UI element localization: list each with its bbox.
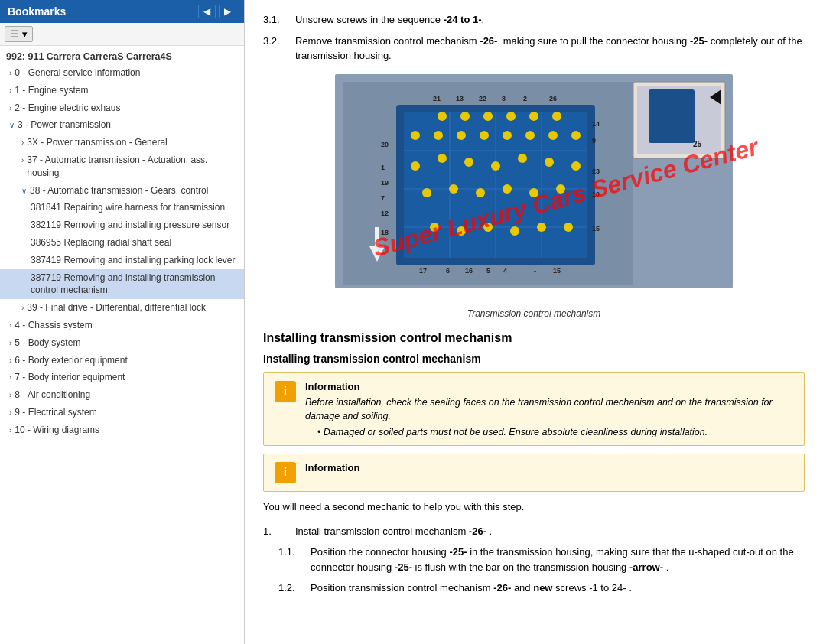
list-item-1-2-text: Position transmission control mechanism … [311,581,632,596]
info-box-1: i Information Before installation, check… [263,372,805,447]
svg-text:2: 2 [523,95,527,102]
sidebar-item-0[interactable]: › 0 - General service information [0,64,244,82]
svg-rect-71 [649,89,695,143]
info-icon-2: i [275,462,296,483]
sidebar-item-38[interactable]: ∨ 38 - Automatic transmission - Gears, c… [0,182,244,200]
sidebar-item-39[interactable]: › 39 - Final drive - Differential, diffe… [0,299,244,317]
list-item-1: 1. Install transmission control mechanis… [263,524,805,539]
svg-point-24 [411,161,420,171]
info-title-2: Information [305,462,360,473]
sidebar-item-3x[interactable]: › 3X - Power transmission - General [0,134,244,151]
sidebar-title: Bookmarks [8,5,66,18]
sidebar-item-5-label: 5 - Body system [15,337,80,350]
list-item-1-2-num: 1.2. [278,581,303,596]
svg-text:16: 16 [465,267,473,275]
sidebar-leaf-387719[interactable]: 387719 Removing and installing transmiss… [0,269,244,300]
sidebar-leaf-381841[interactable]: 381841 Repairing wire harness for transm… [0,199,244,216]
svg-point-16 [411,131,420,140]
sidebar-item-0-label: 0 - General service information [15,67,140,80]
sidebar-item-6-label: 6 - Body exterior equipment [15,354,127,367]
svg-text:23: 23 [592,168,600,175]
info-bullet-1: Damaged or soiled parts must not be used… [317,427,793,437]
svg-point-32 [449,184,458,194]
svg-point-11 [460,112,470,121]
svg-point-38 [457,226,466,236]
step-3-2-num: 3.2. [263,34,288,63]
arrow-icon: › [9,86,11,96]
svg-point-10 [438,112,447,121]
svg-text:25: 25 [693,140,702,148]
section-heading: Installing transmission control mechanis… [263,331,805,345]
svg-text:9: 9 [592,137,596,145]
svg-text:6: 6 [446,267,450,275]
svg-point-18 [457,131,466,140]
sidebar-item-9[interactable]: › 9 - Electrical system [0,404,244,421]
arrow-icon: › [9,408,11,418]
svg-text:26: 26 [549,95,557,102]
sidebar-item-1[interactable]: › 1 - Engine system [0,82,244,99]
svg-text:1: 1 [381,164,385,171]
arrow-icon: › [21,155,24,166]
svg-point-36 [556,184,565,194]
sidebar-leaf-382119[interactable]: 382119 Removing and installing pressure … [0,216,244,234]
sidebar-toolbar: ☰ ▾ [0,23,244,46]
svg-text:-: - [534,267,536,275]
arrow-icon: › [9,68,11,79]
svg-point-27 [491,161,500,171]
sidebar-root-item[interactable]: 992: 911 Carrera CarreraS Carrera4S [0,49,244,64]
sidebar-item-4[interactable]: › 4 - Chassis system [0,317,244,334]
arrow-icon: › [21,303,24,314]
svg-text:19: 19 [381,179,389,187]
sidebar-header: Bookmarks ◀ ▶ [0,0,244,23]
transmission-diagram: 21 13 22 8 2 26 14 9 23 10 15 20 1 19 7 … [335,74,733,304]
list-item-1-num: 1. [263,524,288,539]
toolbar-menu-button[interactable]: ☰ ▾ [5,26,33,42]
sidebar-item-8[interactable]: › 8 - Air conditioning [0,386,244,404]
info-box-2: i Information [263,454,805,492]
step-3-2: 3.2. Remove transmission control mechani… [263,34,805,63]
sidebar-item-37[interactable]: › 37 - Automatic transmission - Actuatio… [0,151,244,182]
arrow-icon: › [9,372,11,383]
sidebar-item-6[interactable]: › 6 - Body exterior equipment [0,352,244,369]
step-3-1: 3.1. Unscrew screws in the sequence -24 … [263,12,805,28]
arrow-icon: ∨ [21,186,27,197]
svg-point-33 [476,188,485,197]
svg-point-37 [430,223,439,232]
arrow-icon: › [9,320,11,331]
svg-point-15 [552,112,561,121]
svg-point-17 [434,131,443,140]
sidebar-leaf-387419[interactable]: 387419 Removing and installing parking l… [0,252,244,269]
list-item-1-2: 1.2. Position transmission control mecha… [278,581,805,596]
sidebar-item-10[interactable]: › 10 - Wiring diagrams [0,421,244,439]
sidebar-item-2[interactable]: › 2 - Engine electric exhaus [0,99,244,117]
svg-text:7: 7 [381,194,385,202]
info-content-1: Information Before installation, check t… [305,381,793,438]
nav-next-button[interactable]: ▶ [219,5,236,18]
svg-point-30 [571,161,581,171]
svg-text:18: 18 [381,229,389,236]
svg-point-21 [525,131,535,140]
list-item-1-text: Install transmission control mechanism -… [295,524,492,539]
svg-point-41 [537,223,546,232]
svg-text:21: 21 [433,95,441,102]
diagram-caption: Transmission control mechanism [467,308,601,319]
sidebar-item-2-label: 2 - Engine electric exhaus [15,102,120,115]
step-3-1-text: Unscrew screws in the sequence -24 to 1-… [295,12,484,28]
svg-text:8: 8 [502,95,506,102]
svg-point-12 [483,112,493,121]
sidebar-item-7[interactable]: › 7 - Body interior equipment [0,369,244,386]
list-item-1-1-num: 1.1. [278,545,303,574]
sidebar-item-5[interactable]: › 5 - Body system [0,334,244,352]
sidebar-item-3[interactable]: ∨ 3 - Power transmission [0,116,244,134]
arrow-icon: › [9,425,11,436]
sidebar-item-4-label: 4 - Chassis system [15,319,92,332]
arrow-icon: › [21,138,24,148]
sidebar-item-3-label: 3 - Power transmission [18,119,111,132]
svg-point-23 [571,131,581,140]
svg-text:20: 20 [381,141,389,148]
nav-prev-button[interactable]: ◀ [198,5,216,18]
svg-text:10: 10 [592,190,600,198]
svg-text:5: 5 [486,267,490,275]
sidebar-leaf-386955[interactable]: 386955 Replacing radial shaft seal [0,234,244,252]
info-text-1: Before installation, check the sealing f… [305,395,793,424]
